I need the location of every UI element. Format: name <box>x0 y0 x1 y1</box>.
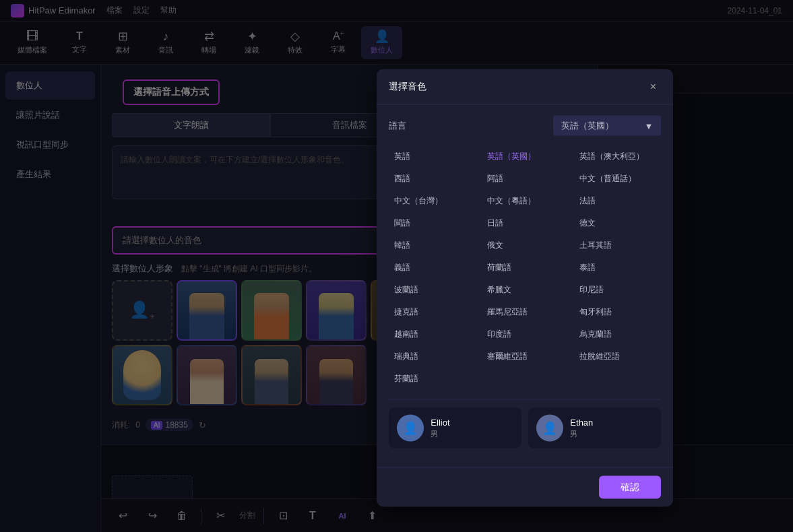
lang-item-ukrainian[interactable]: 烏克蘭語 <box>574 325 661 344</box>
ethan-info: Ethan 男 <box>570 418 593 439</box>
voice-card-elliot[interactable]: 👤 Elliot 男 <box>389 408 521 448</box>
close-icon: × <box>650 81 656 93</box>
lang-item-romanian[interactable]: 羅馬尼亞語 <box>482 302 569 322</box>
lang-item-russian[interactable]: 俄文 <box>482 236 569 255</box>
elliot-info: Elliot 男 <box>431 418 449 439</box>
lang-item-dutch[interactable]: 荷蘭語 <box>482 258 569 277</box>
lang-item-german[interactable]: 德文 <box>574 213 661 233</box>
modal-footer: 確認 <box>377 467 673 507</box>
lang-label: 語言 <box>389 120 406 132</box>
lang-item-mandarin[interactable]: 中文（普通話） <box>574 169 661 189</box>
modal-header: 選擇音色 × <box>377 69 673 105</box>
lang-item-hungarian[interactable]: 匈牙利語 <box>574 302 661 322</box>
elliot-avatar-img: 👤 <box>403 421 418 436</box>
ethan-avatar: 👤 <box>536 415 563 442</box>
lang-item-finnish[interactable]: 芬蘭語 <box>389 369 476 389</box>
confirm-button[interactable]: 確認 <box>599 476 661 499</box>
ethan-name: Ethan <box>570 418 593 428</box>
lang-item-vietnamese[interactable]: 越南語 <box>389 325 476 344</box>
lang-grid: 英語 英語（英國） 英語（澳大利亞） 西語 阿語 中文（普通話） 中文（台灣） … <box>389 147 661 389</box>
voice-card-ethan[interactable]: 👤 Ethan 男 <box>528 408 661 448</box>
lang-item-serbian[interactable]: 塞爾維亞語 <box>482 347 569 366</box>
elliot-avatar: 👤 <box>397 415 424 442</box>
lang-item-indonesian[interactable]: 印尼語 <box>574 280 661 300</box>
ethan-avatar-img: 👤 <box>542 421 557 436</box>
lang-item-spanish[interactable]: 西語 <box>389 169 476 189</box>
selected-lang: 英語（英國） <box>561 120 614 132</box>
lang-item-english-uk[interactable]: 英語（英國） <box>482 147 569 166</box>
modal-title: 選擇音色 <box>389 81 426 93</box>
lang-item-english[interactable]: 英語 <box>389 147 476 166</box>
lang-dropdown-arrow-icon: ▼ <box>644 121 653 131</box>
lang-item-japanese[interactable]: 日語 <box>482 213 569 233</box>
ethan-gender: 男 <box>570 429 593 439</box>
lang-item-english-au[interactable]: 英語（澳大利亞） <box>574 147 661 166</box>
lang-item-french[interactable]: 法語 <box>574 191 661 211</box>
lang-item-czech[interactable]: 捷克語 <box>389 302 476 322</box>
elliot-name: Elliot <box>431 418 449 428</box>
modal-body: 語言 英語（英國） ▼ 英語 英語（英國） 英語（澳大利亞） 西語 阿語 中文（… <box>377 105 673 467</box>
lang-item-hindi[interactable]: 印度語 <box>482 325 569 344</box>
lang-item-swedish[interactable]: 瑞典語 <box>389 347 476 366</box>
lang-item-cantonese[interactable]: 中文（粵語） <box>482 191 569 211</box>
lang-item-latvian[interactable]: 拉脫維亞語 <box>574 347 661 366</box>
lang-item-korean[interactable]: 韓語 <box>389 236 476 255</box>
lang-item-italian[interactable]: 義語 <box>389 258 476 277</box>
voice-color-modal: 選擇音色 × 語言 英語（英國） ▼ 英語 英語（英國） 英語（澳大利亞） 西語… <box>377 69 673 507</box>
lang-selector-row: 語言 英語（英國） ▼ <box>389 116 661 136</box>
lang-item-arabic[interactable]: 阿語 <box>482 169 569 189</box>
lang-dropdown[interactable]: 英語（英國） ▼ <box>553 116 661 136</box>
lang-item-min-nan[interactable]: 閩語 <box>389 213 476 233</box>
lang-item-chinese-tw[interactable]: 中文（台灣） <box>389 191 476 211</box>
voice-list: 👤 Elliot 男 👤 Ethan 男 <box>389 399 661 457</box>
lang-item-turkish[interactable]: 土耳其語 <box>574 236 661 255</box>
lang-item-greek[interactable]: 希臘文 <box>482 280 569 300</box>
lang-item-polish[interactable]: 波蘭語 <box>389 280 476 300</box>
modal-close-button[interactable]: × <box>645 79 661 95</box>
lang-item-thai[interactable]: 泰語 <box>574 258 661 277</box>
elliot-gender: 男 <box>431 429 449 439</box>
